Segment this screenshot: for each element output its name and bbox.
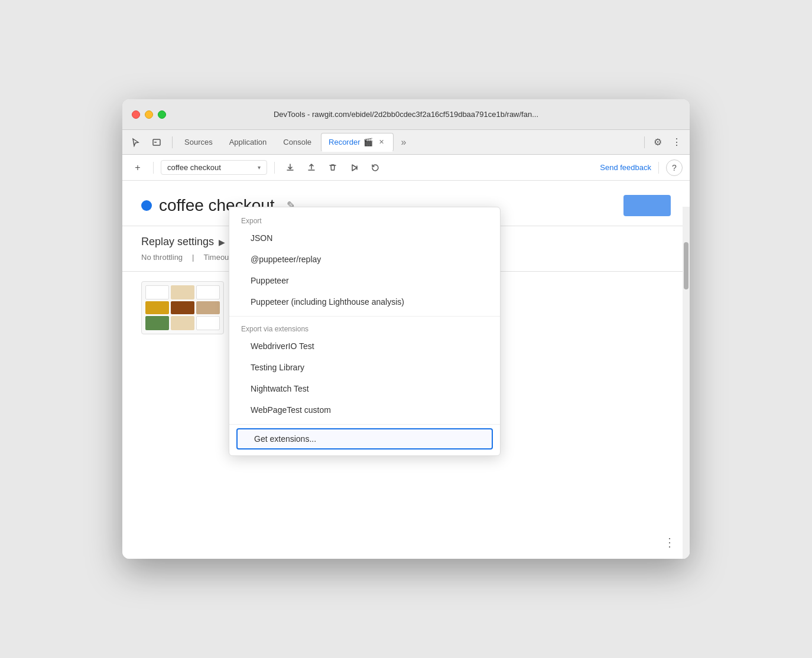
recorder-icon: 🎬: [363, 138, 373, 146]
tab-recorder[interactable]: Recorder 🎬 ✕: [321, 133, 394, 152]
export-dropdown: Export JSON @puppeteer/replay Puppeteer …: [229, 207, 501, 456]
chevron-down-icon: ▾: [258, 164, 261, 171]
tab-bar: Sources Application Console Recorder 🎬 ✕…: [122, 130, 690, 155]
scrollbar-thumb[interactable]: [684, 242, 688, 289]
recording-status-dot: [141, 200, 152, 211]
close-button[interactable]: [132, 110, 140, 119]
replay-settings-arrow: ▶: [219, 237, 225, 247]
export-puppeteer-lighthouse-item[interactable]: Puppeteer (including Lighthouse analysis…: [229, 291, 500, 312]
export-nightwatch-item[interactable]: Nightwatch Test: [229, 378, 500, 399]
svg-rect-1: [154, 142, 157, 143]
thumb-cell-9: [196, 316, 220, 330]
import-button[interactable]: [303, 159, 320, 176]
cursor-icon[interactable]: [127, 134, 144, 151]
extensions-section-label: Export via extensions: [229, 320, 500, 335]
maximize-button[interactable]: [158, 110, 166, 119]
toolbar: + coffee checkout ▾: [122, 155, 690, 181]
thumb-cell-3: [196, 285, 220, 299]
tab-close-button[interactable]: ✕: [376, 138, 386, 147]
window-title: DevTools - rawgit.com/ebidel/2d2bb0cdec3…: [274, 110, 538, 119]
replay-settings-title: Replay settings: [141, 236, 214, 248]
thumb-cell-8: [171, 316, 194, 330]
thumb-cell-4: [145, 301, 169, 314]
help-button[interactable]: ?: [666, 159, 683, 176]
title-bar: DevTools - rawgit.com/ebidel/2d2bb0cdec3…: [122, 99, 690, 130]
devtools-icon[interactable]: [148, 134, 165, 151]
tab-divider-1: [172, 136, 173, 148]
thumb-cell-7: [145, 316, 169, 330]
main-content: coffee checkout ✎ Replay settings ▶ No t…: [122, 181, 690, 559]
bottom-menu-dots[interactable]: ⋮: [664, 535, 675, 549]
delete-button[interactable]: [324, 159, 341, 176]
toolbar-divider-2: [274, 162, 275, 174]
more-tabs-button[interactable]: »: [396, 137, 411, 148]
send-feedback-link[interactable]: Send feedback: [600, 163, 651, 172]
export-button[interactable]: [282, 159, 298, 176]
scrollbar[interactable]: [683, 207, 690, 559]
get-extensions-item[interactable]: Get extensions...: [236, 428, 493, 449]
export-puppeteer-item[interactable]: Puppeteer: [229, 270, 500, 291]
tab-console[interactable]: Console: [276, 133, 319, 152]
traffic-lights: [132, 110, 166, 119]
export-section-label: Export: [229, 212, 500, 227]
thumb-cell-1: [145, 285, 169, 299]
replay-button[interactable]: [367, 159, 384, 176]
tab-application[interactable]: Application: [222, 133, 274, 152]
export-puppeteer-replay-item[interactable]: @puppeteer/replay: [229, 249, 500, 270]
export-json-item[interactable]: JSON: [229, 227, 500, 249]
toolbar-divider-1: [153, 162, 154, 174]
export-webdriverio-item[interactable]: WebdriverIO Test: [229, 335, 500, 357]
recording-selector[interactable]: coffee checkout ▾: [161, 160, 267, 175]
step-thumbnail: [141, 281, 224, 334]
tab-divider-2: [644, 136, 645, 148]
settings-button[interactable]: ⚙: [649, 134, 666, 151]
play-button[interactable]: [346, 159, 362, 176]
thumb-cell-2: [171, 285, 194, 299]
devtools-window: DevTools - rawgit.com/ebidel/2d2bb0cdec3…: [122, 99, 690, 559]
throttling-label: No throttling: [141, 253, 183, 262]
selected-recording-name: coffee checkout: [167, 163, 254, 172]
export-webpagetest-item[interactable]: WebPageTest custom: [229, 399, 500, 421]
thumb-cell-6: [196, 301, 220, 314]
thumb-cell-5: [171, 301, 194, 314]
export-testing-library-item[interactable]: Testing Library: [229, 357, 500, 378]
dropdown-divider-2: [229, 424, 500, 425]
add-recording-button[interactable]: +: [129, 159, 146, 176]
more-menu-button[interactable]: ⋮: [668, 134, 685, 151]
dropdown-divider: [229, 316, 500, 317]
start-recording-button[interactable]: [623, 195, 671, 216]
toolbar-divider-3: [658, 162, 659, 174]
minimize-button[interactable]: [145, 110, 153, 119]
tab-sources[interactable]: Sources: [177, 133, 220, 152]
